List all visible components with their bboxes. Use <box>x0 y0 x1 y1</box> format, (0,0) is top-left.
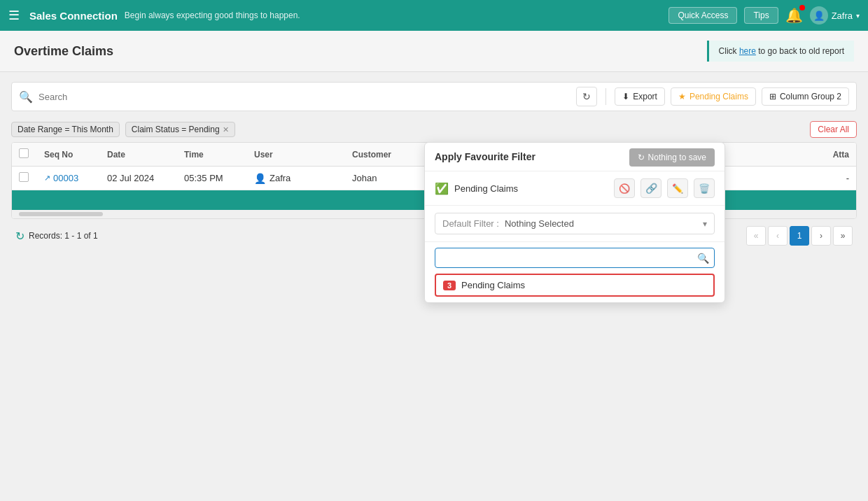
records-refresh-icon[interactable]: ↻ <box>15 230 24 243</box>
toolbar-divider <box>606 88 606 105</box>
first-page-button[interactable]: « <box>746 226 766 246</box>
default-filter-label: Default Filter : <box>442 218 499 229</box>
tips-button[interactable]: Tips <box>744 7 778 24</box>
last-page-button[interactable]: » <box>833 226 853 246</box>
option-label: Pending Claims <box>461 280 525 290</box>
export-button[interactable]: ⬇ Export <box>615 87 665 106</box>
popup-option-pending-claims[interactable]: 3 Pending Claims <box>435 274 715 297</box>
user-name: Zafra <box>832 10 853 21</box>
popup-option-list: 3 Pending Claims <box>425 274 724 302</box>
toolbar: 🔍 ↻ ⬇ Export ★ Pending Claims ⊞ Column G… <box>11 82 857 111</box>
page-title: Overtime Claims <box>14 44 113 59</box>
user-value: Zafra <box>270 173 290 183</box>
user-menu[interactable]: 👤 Zafra ▾ <box>810 6 860 24</box>
edit-icon: ✏️ <box>672 183 683 194</box>
nothing-save-button[interactable]: ↻ Nothing to save <box>629 148 715 167</box>
refresh-button[interactable]: ↻ <box>576 87 597 106</box>
old-report-link[interactable]: here <box>739 46 756 56</box>
th-user: User <box>254 150 352 160</box>
notification-bell[interactable]: 🔔 <box>785 7 803 24</box>
th-time: Time <box>184 150 254 160</box>
nothing-save-label: Nothing to save <box>648 153 706 162</box>
default-filter-select[interactable]: Default Filter : Nothing Selected ▾ <box>435 213 715 234</box>
select-all-checkbox[interactable] <box>19 148 29 158</box>
date-range-filter-tag[interactable]: Date Range = This Month <box>11 122 120 137</box>
top-nav: ☰ Sales Connection Begin always expectin… <box>0 0 868 31</box>
eye-off-icon: 🚫 <box>619 183 630 194</box>
next-page-button[interactable]: › <box>811 226 831 246</box>
fav-item: ✅ Pending Claims 🚫 🔗 ✏️ 🗑️ <box>425 171 724 206</box>
user-chevron-icon: ▾ <box>856 12 860 20</box>
pending-claims-label: Pending Claims <box>690 92 748 101</box>
records-info: ↻ Records: 1 - 1 of 1 <box>15 230 98 243</box>
scrollbar-thumb[interactable] <box>19 212 103 216</box>
user-person-icon: 👤 <box>254 173 266 184</box>
export-icon: ⬇ <box>622 92 629 101</box>
quick-access-button[interactable]: Quick Access <box>668 7 737 24</box>
pagination: « ‹ 1 › » <box>746 226 853 246</box>
claim-status-filter-close-icon[interactable]: ✕ <box>223 125 229 134</box>
main-content: 🔍 ↻ ⬇ Export ★ Pending Claims ⊞ Column G… <box>0 72 868 255</box>
date-range-filter-label: Date Range = This Month <box>18 125 113 134</box>
claim-status-filter-label: Claim Status = Pending <box>132 125 220 134</box>
th-seq: Seq No <box>44 150 107 160</box>
menu-icon[interactable]: ☰ <box>8 8 20 23</box>
search-input[interactable] <box>38 92 570 102</box>
td-atta: - <box>807 173 849 183</box>
fav-visibility-button[interactable]: 🚫 <box>614 178 635 198</box>
th-atta: Atta <box>807 150 849 160</box>
th-checkbox <box>19 148 44 160</box>
fav-item-label: Pending Claims <box>454 183 518 194</box>
claim-status-filter-tag[interactable]: Claim Status = Pending ✕ <box>125 122 235 137</box>
column-group-icon: ⊞ <box>769 92 776 101</box>
option-badge: 3 <box>443 281 456 290</box>
column-group-label: Column Group 2 <box>780 92 841 101</box>
fav-item-name: ✅ Pending Claims <box>435 182 518 195</box>
old-report-prefix: Click <box>719 46 739 56</box>
external-link-icon: ↗ <box>44 174 50 183</box>
seq-link[interactable]: 00003 <box>53 173 78 183</box>
clear-all-button[interactable]: Clear All <box>810 121 857 138</box>
td-date: 02 Jul 2024 <box>107 173 184 183</box>
page-header: Overtime Claims Click here to go back to… <box>0 31 868 72</box>
brand-name: Sales Connection <box>29 10 118 22</box>
favourite-filter-popup: ↻ Nothing to save Apply Favourite Filter… <box>424 142 725 303</box>
td-time: 05:35 PM <box>184 173 254 183</box>
filter-area: Date Range = This Month Claim Status = P… <box>11 117 857 142</box>
user-avatar: 👤 <box>810 6 828 24</box>
popup-search-icon: 🔍 <box>697 253 709 264</box>
fav-popup-title: Apply Favourite Filter <box>435 151 536 162</box>
search-icon: 🔍 <box>19 90 33 104</box>
default-filter-value: Nothing Selected <box>499 218 703 229</box>
td-seq[interactable]: ↗ 00003 <box>44 173 107 183</box>
trash-icon: 🗑️ <box>699 183 710 194</box>
fav-actions: 🚫 🔗 ✏️ 🗑️ <box>614 178 715 198</box>
td-user: 👤 Zafra <box>254 173 352 184</box>
bell-notification-dot <box>799 5 805 10</box>
column-group-button[interactable]: ⊞ Column Group 2 <box>762 87 849 106</box>
records-text: Records: 1 - 1 of 1 <box>29 231 98 241</box>
old-report-notice: Click here to go back to old report <box>707 41 854 62</box>
popup-search-input[interactable] <box>435 248 715 268</box>
page-1-button[interactable]: 1 <box>790 226 809 246</box>
fav-edit-button[interactable]: ✏️ <box>667 178 688 198</box>
star-icon: ★ <box>678 92 686 101</box>
nav-tagline: Begin always expecting good things to ha… <box>125 10 662 20</box>
share-icon: 🔗 <box>645 183 657 194</box>
row-checkbox[interactable] <box>19 172 29 182</box>
default-filter-row: Default Filter : Nothing Selected ▾ <box>425 206 724 242</box>
td-checkbox[interactable] <box>19 172 44 184</box>
fav-delete-button[interactable]: 🗑️ <box>694 178 715 198</box>
export-label: Export <box>633 92 657 101</box>
filter-bar: Date Range = This Month Claim Status = P… <box>11 117 857 142</box>
old-report-suffix: to go back to old report <box>756 46 844 56</box>
nothing-save-icon: ↻ <box>638 153 645 162</box>
fav-share-button[interactable]: 🔗 <box>640 178 662 198</box>
popup-search-row: 🔍 <box>425 242 724 274</box>
pending-claims-button[interactable]: ★ Pending Claims <box>671 87 756 106</box>
fav-check-icon: ✅ <box>435 182 449 195</box>
chevron-down-icon: ▾ <box>703 219 707 229</box>
prev-page-button[interactable]: ‹ <box>768 226 788 246</box>
th-date: Date <box>107 150 184 160</box>
